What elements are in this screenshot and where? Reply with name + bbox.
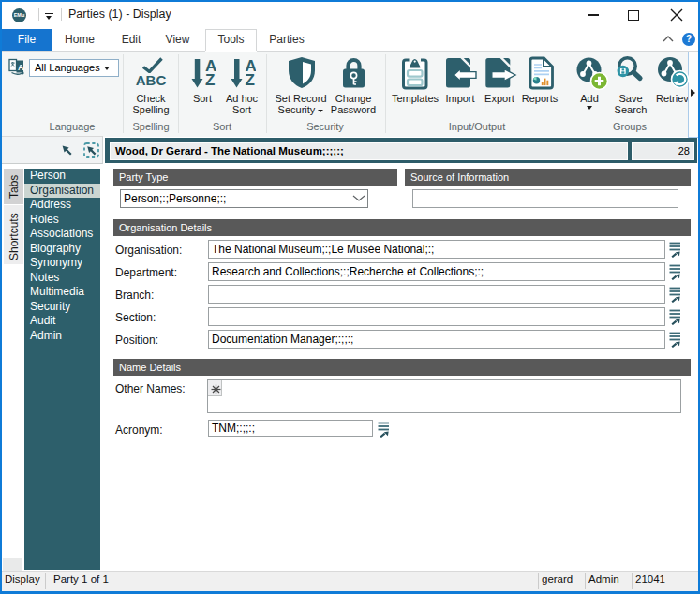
svg-text:Z: Z — [246, 71, 255, 89]
svg-text:Z: Z — [205, 71, 215, 89]
svg-text:A: A — [18, 63, 24, 72]
